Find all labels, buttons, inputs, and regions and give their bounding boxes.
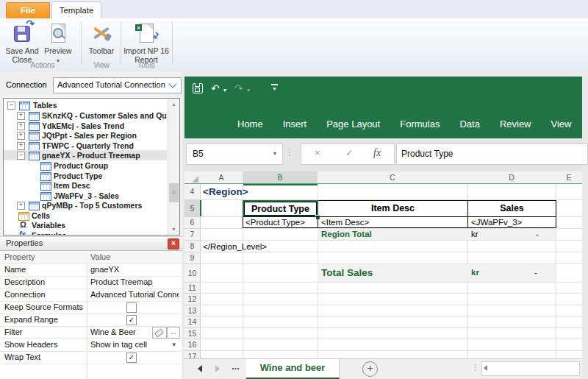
tree-item-variables[interactable]: Ω Variables xyxy=(4,220,167,230)
tree-item-selected-table[interactable]: − gnaeYX - Product Treemap xyxy=(4,150,167,160)
property-row-show-headers[interactable]: Show Headers Show in tag cell ▾ xyxy=(0,339,182,352)
connection-select[interactable]: Advanced Tutorial Connection xyxy=(53,77,182,93)
cell-c5-item-desc-header[interactable]: Item Desc xyxy=(318,200,468,217)
property-row-name[interactable]: Name gnaeYX xyxy=(0,263,182,277)
tab-home[interactable]: Home xyxy=(237,118,263,130)
checkbox-checked[interactable]: ✓ xyxy=(126,353,137,363)
cell-d10-currency[interactable]: kr xyxy=(471,268,479,277)
dropdown-arrow-icon[interactable]: ▾ xyxy=(172,341,176,348)
cell-b5-active[interactable]: Product Type xyxy=(243,200,318,217)
collapse-icon[interactable]: − xyxy=(7,102,15,110)
cell-c10-total-sales[interactable]: Total Sales xyxy=(321,267,373,278)
tree-item-cells[interactable]: Cells xyxy=(4,210,167,221)
formula-input[interactable]: Product Type xyxy=(396,144,588,165)
column-header-e[interactable]: E xyxy=(556,171,582,184)
sheet-nav-left-icon[interactable] xyxy=(198,365,202,372)
scroll-up-icon[interactable]: ▲ xyxy=(168,99,179,110)
cell-c6-item-desc-tag[interactable]: <Item Desc> xyxy=(318,216,468,228)
undo-icon[interactable]: ↶ xyxy=(211,82,220,94)
tree-item-tables[interactable]: − Tables xyxy=(4,100,167,110)
expand-icon[interactable]: + xyxy=(17,122,25,130)
tree-item-table[interactable]: + SKnzKQ - Customer Sales and Quantity xyxy=(4,110,167,121)
more-sheets-button[interactable]: ... xyxy=(232,361,240,372)
cancel-icon[interactable]: × xyxy=(315,147,320,158)
customize-quick-access-icon[interactable]: ▾ xyxy=(271,84,278,93)
tab-review[interactable]: Review xyxy=(500,118,531,130)
property-row-expand-range[interactable]: Expand Range ✓ xyxy=(0,314,182,327)
expand-icon[interactable]: + xyxy=(17,112,25,120)
sheet-nav-right-icon[interactable] xyxy=(215,365,220,372)
redo-dropdown-icon[interactable]: ▾ xyxy=(247,87,250,93)
row-header-8[interactable]: 8 xyxy=(184,241,201,252)
clear-filter-button[interactable] xyxy=(152,327,167,339)
scrollbar-thumb[interactable]: ≡ xyxy=(169,183,179,202)
expand-icon[interactable]: + xyxy=(17,132,25,140)
row-header-12[interactable]: 12 xyxy=(184,294,201,305)
cell-a4-region-tag[interactable]: <Region> xyxy=(203,186,248,197)
expand-icon[interactable]: + xyxy=(17,202,25,210)
row-header-9[interactable]: 9 xyxy=(184,252,201,264)
toolbar-button[interactable]: Toolbar xyxy=(84,21,119,63)
cell-d10-value[interactable]: - xyxy=(534,268,537,277)
horizontal-scrollbar[interactable] xyxy=(481,361,580,376)
cell-d6-sales-tag[interactable]: <JWaPFv_3> xyxy=(467,216,556,228)
insert-function-icon[interactable]: fx xyxy=(373,147,381,159)
tab-template[interactable]: Template xyxy=(51,1,101,20)
property-row-filter[interactable]: Filter Wine & Beer ... xyxy=(0,326,182,339)
tab-data[interactable]: Data xyxy=(459,118,479,130)
cell-d5-sales-header[interactable]: Sales xyxy=(467,200,556,217)
cell-b6-product-type-tag[interactable]: <Product Type> xyxy=(243,216,318,228)
row-header-7[interactable]: 7 xyxy=(184,229,201,241)
cell-a8-region-close-tag[interactable]: </Region_Level> xyxy=(203,242,267,251)
property-row-description[interactable]: Description Product Treemap xyxy=(0,276,182,289)
row-header-16[interactable]: 16 xyxy=(184,339,201,351)
tab-file[interactable]: File xyxy=(6,2,50,19)
enter-icon[interactable]: ✓ xyxy=(345,147,354,158)
tree-item-column[interactable]: Product Group xyxy=(4,160,167,171)
tree-item-column[interactable]: Item Desc xyxy=(4,180,167,191)
filter-ellipsis-button[interactable]: ... xyxy=(167,327,180,339)
select-all-corner[interactable] xyxy=(184,171,201,184)
tab-formulas[interactable]: Formulas xyxy=(400,118,440,130)
row-header-10[interactable]: 10 xyxy=(184,264,201,283)
tree-item-table[interactable]: + TFWPC - Quarterly Trend xyxy=(4,141,167,151)
redo-icon[interactable]: ↷ xyxy=(234,82,243,94)
tree-item-table[interactable]: + JQtPpt - Sales per Region xyxy=(4,130,167,141)
checkbox-unchecked[interactable] xyxy=(126,302,137,313)
property-row-connection[interactable]: Connection Advanced Tutorial Connecti xyxy=(0,288,182,302)
tree-item-table[interactable]: + qPyMBp - Top 5 Customers xyxy=(4,200,167,210)
import-np-report-button[interactable]: x↴ Import NP 16 Report xyxy=(123,21,169,63)
cell-c7-region-total[interactable]: Region Total xyxy=(321,230,372,238)
row-header-4[interactable]: 4 xyxy=(184,184,201,200)
tab-view[interactable]: View xyxy=(551,118,572,130)
name-box[interactable]: B5 ▾ xyxy=(186,144,283,165)
cell-d7-currency[interactable]: kr xyxy=(471,230,478,238)
row-header-11[interactable]: 11 xyxy=(184,283,201,294)
cell-d7-value[interactable]: - xyxy=(536,230,539,238)
preview-button[interactable]: Preview ▾ xyxy=(41,21,75,63)
column-header-c[interactable]: C xyxy=(318,171,468,184)
row-header-14[interactable]: 14 xyxy=(184,316,201,328)
row-header-6[interactable]: 6 xyxy=(184,217,201,229)
property-row-wrap-text[interactable]: Wrap Text ✓ xyxy=(0,351,182,364)
tree-item-column[interactable]: Product Type xyxy=(4,171,167,181)
tree-scrollbar[interactable]: ▲ ≡ ▼ xyxy=(168,99,179,235)
checkbox-checked[interactable]: ✓ xyxy=(126,315,137,325)
column-header-d[interactable]: D xyxy=(467,171,556,184)
tree-item-table[interactable]: + YdkEMcj - Sales Trend xyxy=(4,121,167,131)
quick-save-icon[interactable] xyxy=(193,83,203,93)
column-header-a[interactable]: A xyxy=(200,171,243,184)
tab-insert[interactable]: Insert xyxy=(283,118,307,130)
name-box-dropdown-icon[interactable]: ▾ xyxy=(273,144,276,163)
row-header-13[interactable]: 13 xyxy=(184,305,201,316)
expand-icon[interactable]: + xyxy=(17,142,25,150)
save-and-close-button[interactable]: ↷ Save And Close xyxy=(3,21,41,63)
row-header-15[interactable]: 15 xyxy=(184,328,201,339)
add-sheet-icon[interactable]: + xyxy=(362,361,378,377)
undo-dropdown-icon[interactable]: ▾ xyxy=(223,87,226,93)
collapse-icon[interactable]: − xyxy=(17,152,25,160)
row-header-5[interactable]: 5 xyxy=(184,200,201,217)
property-row-keep-source-formats[interactable]: Keep Source Formats xyxy=(0,301,182,314)
tab-page-layout[interactable]: Page Layout xyxy=(326,118,380,130)
tree-item-formulas[interactable]: fx Formulas xyxy=(4,230,167,235)
